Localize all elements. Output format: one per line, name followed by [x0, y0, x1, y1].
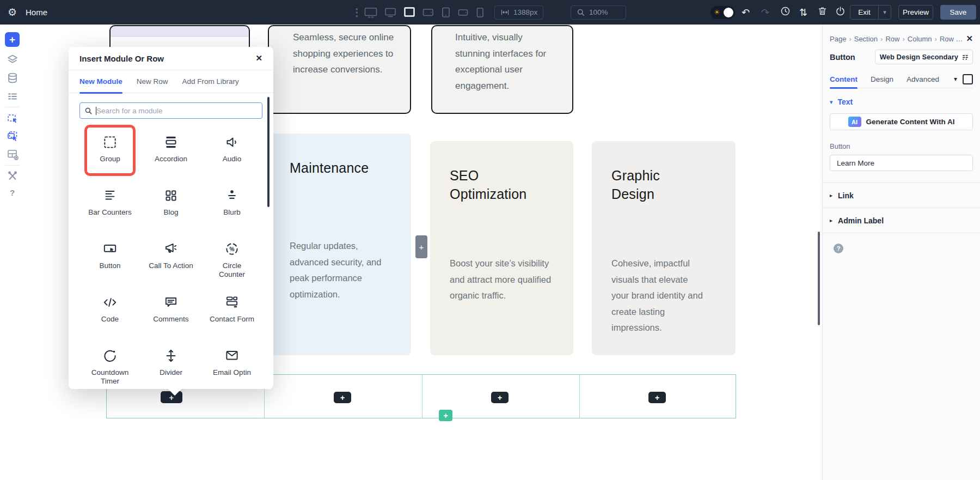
add-element-button[interactable]: +	[5, 32, 20, 47]
save-button[interactable]: Save	[940, 5, 976, 20]
theme-toggle[interactable]: ☀	[710, 6, 735, 19]
layers-view-button[interactable]	[0, 53, 24, 66]
add-row-button[interactable]: +	[439, 410, 452, 421]
close-icon[interactable]: ✕	[255, 53, 262, 63]
service-card-graphic-design[interactable]: Graphic Design Cohesive, impactful visua…	[592, 141, 736, 355]
close-icon[interactable]: ✕	[966, 34, 973, 44]
exit-button[interactable]: Exit ▾	[850, 5, 891, 20]
divider	[5, 165, 20, 166]
module-item-accordion[interactable]: Accordion	[140, 127, 201, 180]
phone-landscape-icon[interactable]	[457, 5, 469, 20]
exit-label: Exit	[850, 8, 878, 16]
tablet-landscape-icon[interactable]	[422, 5, 434, 20]
module-item-divider[interactable]: Divider	[140, 341, 201, 389]
add-module-button-4[interactable]: +	[648, 392, 666, 403]
countdown-timer-icon	[102, 348, 118, 364]
module-item-audio[interactable]: Audio	[201, 127, 262, 180]
module-item-button[interactable]: Button	[79, 234, 140, 287]
service-card-maintenance[interactable]: Maintenance Regular updates, advanced se…	[270, 133, 411, 355]
portability-icon[interactable]	[835, 5, 846, 19]
layout-settings-button[interactable]	[0, 148, 24, 161]
module-item-circle-counter[interactable]: % Circle Counter	[201, 234, 262, 287]
preview-button[interactable]: Preview	[898, 5, 933, 20]
admin-label-section-toggle[interactable]: ▸ Admin Label	[830, 208, 973, 233]
settings-tabs: Content Design Advanced ▾	[830, 70, 973, 88]
breadcrumb-row[interactable]: Row	[885, 35, 899, 43]
sort-order-icon[interactable]: ⇅	[799, 7, 807, 19]
select-multiple-icon	[6, 130, 19, 143]
exit-caret-icon[interactable]: ▾	[879, 9, 891, 16]
tab-new-row[interactable]: New Row	[137, 70, 168, 93]
divider	[5, 107, 20, 107]
expand-panel-icon[interactable]	[963, 74, 973, 84]
top-card-ui[interactable]: Intuitive, visually stunning interfaces …	[431, 25, 573, 114]
save-label: Save	[950, 8, 967, 16]
top-card-ecommerce[interactable]: Seamless, secure online shopping experie…	[268, 25, 411, 114]
contact-form-icon	[224, 294, 240, 311]
developer-tools-button[interactable]	[0, 169, 24, 183]
phone-portrait-icon[interactable]	[475, 5, 485, 20]
link-section-toggle[interactable]: ▸ Link	[830, 183, 973, 208]
current-viewport-icon[interactable]	[403, 5, 416, 20]
settings-list-button[interactable]	[0, 90, 24, 103]
tab-advanced[interactable]: Advanced	[906, 70, 939, 88]
breadcrumb-section[interactable]: Section	[854, 35, 878, 43]
modal-tabs: New Module New Row Add From Library	[69, 70, 273, 93]
insert-column-button[interactable]: +	[415, 235, 427, 258]
column-divider	[422, 375, 422, 418]
tab-design[interactable]: Design	[871, 70, 893, 88]
add-module-button-2[interactable]: +	[334, 392, 351, 403]
tab-options-caret-icon[interactable]: ▾	[954, 75, 957, 83]
breadcrumb-row-truncated[interactable]: Row …	[940, 35, 963, 43]
settings-gear-icon[interactable]: ⚙	[8, 6, 17, 19]
module-item-comments[interactable]: Comments	[140, 287, 201, 341]
modal-scrollbar[interactable]	[267, 97, 270, 207]
desktop-icon[interactable]	[384, 5, 397, 20]
question-icon: ?	[837, 245, 841, 252]
select-module-button[interactable]	[0, 112, 24, 125]
tools-icon	[6, 169, 19, 183]
top-card-text: Seamless, secure online shopping experie…	[293, 26, 405, 78]
module-item-code[interactable]: Code	[79, 287, 140, 341]
add-module-button-3[interactable]: +	[491, 392, 509, 403]
zoom-control[interactable]: 100%	[571, 5, 626, 20]
button-text-input[interactable]	[830, 155, 973, 171]
responsive-width-input[interactable]: 1388px	[494, 5, 543, 20]
generate-ai-button[interactable]: AI Generate Content With AI	[830, 113, 973, 130]
undo-icon[interactable]: ↶	[742, 7, 750, 19]
tablet-portrait-icon[interactable]	[440, 5, 451, 20]
module-item-email-optin[interactable]: Email Optin	[201, 341, 262, 389]
svg-text:%: %	[229, 246, 234, 252]
module-item-bar-counters[interactable]: Bar Counters	[79, 180, 140, 234]
tab-add-from-library[interactable]: Add From Library	[182, 70, 239, 93]
redo-icon[interactable]: ↷	[761, 7, 769, 19]
module-item-call-to-action[interactable]: Call To Action	[140, 234, 201, 287]
preset-icon	[962, 54, 968, 60]
service-card-seo[interactable]: SEO Optimization Boost your site’s visib…	[430, 141, 573, 355]
select-module-icon	[6, 112, 19, 125]
more-options-icon[interactable]: ⋮	[352, 6, 362, 19]
database-button[interactable]	[0, 71, 24, 84]
breadcrumb-page[interactable]: Page	[830, 35, 846, 43]
comments-icon	[163, 294, 179, 311]
desktop-large-icon[interactable]	[364, 5, 378, 20]
module-item-blurb[interactable]: Blurb	[201, 180, 262, 234]
tab-content[interactable]: Content	[830, 70, 857, 88]
select-multiple-button[interactable]	[0, 130, 24, 143]
trash-icon[interactable]	[817, 5, 828, 19]
tab-new-module[interactable]: New Module	[79, 70, 122, 93]
search-input[interactable]	[93, 107, 262, 115]
module-search[interactable]	[79, 102, 262, 119]
canvas-scrollbar[interactable]	[818, 232, 820, 325]
module-item-contact-form[interactable]: Contact Form	[201, 287, 262, 341]
module-item-countdown-timer[interactable]: Countdown Timer	[79, 341, 140, 389]
help-button[interactable]: ?	[834, 244, 843, 253]
section-text-header[interactable]: ▾ Text	[830, 98, 973, 106]
history-icon[interactable]	[780, 5, 791, 19]
add-module-button-1[interactable]: +	[161, 391, 182, 403]
help-button[interactable]: ?	[0, 188, 24, 197]
preset-dropdown[interactable]: Web Design Secondary	[875, 50, 973, 64]
module-item-group[interactable]: Group	[79, 127, 140, 180]
module-item-blog[interactable]: Blog	[140, 180, 201, 234]
breadcrumb-column[interactable]: Column	[908, 35, 932, 43]
